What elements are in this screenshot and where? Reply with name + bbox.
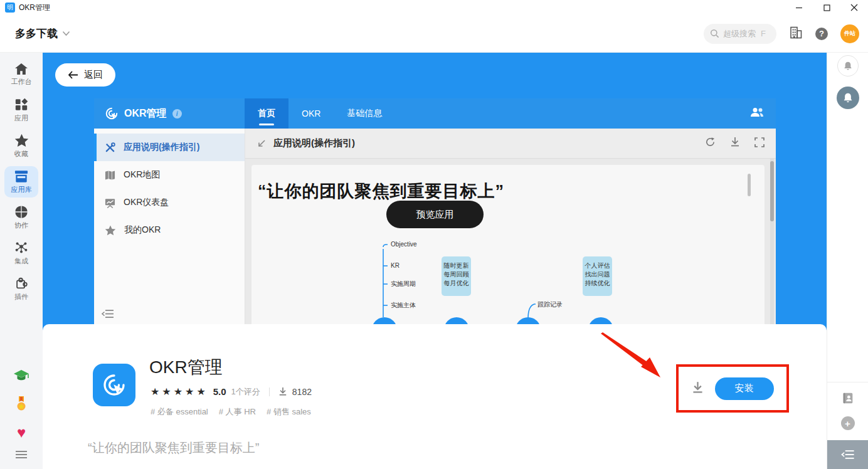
- right-sidebar: [827, 53, 868, 469]
- tag-hr[interactable]: # 人事 HR: [219, 406, 256, 418]
- install-button[interactable]: 安装: [715, 377, 774, 400]
- top-navbar: 多多下载 超级搜索 F 件站: [0, 15, 868, 53]
- sidebar-item-apps[interactable]: 应用: [4, 95, 38, 126]
- window-title: OKR管理: [19, 3, 50, 13]
- help-icon[interactable]: [815, 28, 828, 40]
- workspace-switcher[interactable]: 多多下载: [15, 26, 70, 41]
- downloads-icon: [278, 387, 287, 396]
- tab-basic-info[interactable]: 基础信息: [334, 98, 395, 129]
- members-icon[interactable]: [749, 107, 765, 120]
- training-cap-icon[interactable]: [13, 369, 29, 385]
- menu-item-app-guide[interactable]: 应用说明(操作指引): [94, 134, 245, 161]
- bell-icon: [842, 92, 854, 104]
- right-rail-bottom: [827, 382, 868, 469]
- star-rating: ★★★★★: [151, 386, 208, 398]
- content-scrollbar-thumb[interactable]: [770, 161, 774, 221]
- left-sidebar: 工作台 应用 收藏 应用库 协作 集成: [0, 53, 43, 469]
- avatar-label: 件站: [844, 29, 855, 38]
- tag-sales[interactable]: # 销售 sales: [267, 406, 311, 418]
- svg-text:找出问题: 找出问题: [585, 271, 610, 278]
- chevron-down-icon: [62, 31, 70, 36]
- menu-item-okr-map[interactable]: OKR地图: [94, 161, 245, 189]
- close-button[interactable]: [840, 0, 868, 15]
- sidebar-item-collaboration[interactable]: 协作: [4, 202, 38, 233]
- sidebar-item-plugins[interactable]: 插件: [4, 273, 38, 305]
- divider: [827, 382, 868, 382]
- preview-app-header: OKR管理 首页 OKR 基础信息: [94, 98, 776, 129]
- app-tagline: “让你的团队聚焦到重要目标上”: [88, 440, 259, 456]
- store-icon: [14, 170, 28, 183]
- maximize-button[interactable]: [813, 0, 840, 15]
- titlebar: 明 OKR管理: [0, 0, 868, 15]
- menu-item-my-okr[interactable]: 我的OKR: [94, 216, 245, 244]
- heart-icon[interactable]: ♥: [17, 426, 26, 439]
- svg-text:Objective: Objective: [391, 241, 417, 248]
- notification-bell-outline-button[interactable]: [837, 55, 859, 76]
- organization-icon[interactable]: [789, 26, 803, 41]
- diagonal-arrow-icon[interactable]: [257, 139, 267, 149]
- tools-icon: [105, 142, 115, 153]
- app-name: OKR管理: [149, 356, 223, 379]
- preview-app-button[interactable]: 预览应用: [386, 201, 484, 228]
- fullscreen-icon[interactable]: [754, 137, 765, 150]
- download-icon[interactable]: [730, 137, 740, 150]
- star-icon: [105, 225, 116, 236]
- feedback-plus-icon[interactable]: [841, 416, 855, 430]
- menu-item-okr-dashboard[interactable]: OKR仪表盘: [94, 189, 245, 216]
- map-icon: [105, 170, 115, 181]
- workspace-name: 多多下载: [15, 26, 58, 41]
- arrow-left-icon: [68, 71, 78, 79]
- toolbar-title: 应用说明(操作指引): [273, 137, 355, 149]
- dashboard-icon: [105, 198, 115, 208]
- medal-icon[interactable]: [15, 396, 28, 415]
- collapse-icon: [841, 450, 855, 460]
- app-detail-panel: OKR管理 ★★★★★ 5.0 1个评分 8182 # 必备 essential…: [43, 324, 827, 469]
- apps-grid-icon: [14, 98, 28, 112]
- rating-value: 5.0: [213, 386, 226, 397]
- tag-essential[interactable]: # 必备 essential: [151, 406, 208, 418]
- annotation-highlight-box: 安装: [676, 364, 789, 413]
- tab-home[interactable]: 首页: [245, 98, 288, 129]
- info-icon[interactable]: [172, 109, 182, 119]
- notification-bell-filled-button[interactable]: [837, 87, 859, 109]
- preview-app-identity: OKR管理: [94, 98, 245, 129]
- card-scrollbar-thumb[interactable]: [748, 174, 751, 196]
- preview-tabs: 首页 OKR 基础信息: [245, 98, 395, 129]
- sidebar-item-favorites[interactable]: 收藏: [4, 130, 38, 162]
- rating-count[interactable]: 1个评分: [231, 386, 260, 398]
- preview-app-title: OKR管理: [124, 107, 167, 120]
- sidebar-item-integration[interactable]: 集成: [4, 238, 38, 269]
- window-controls: [785, 0, 868, 15]
- star-icon: [14, 134, 29, 147]
- search-input[interactable]: 超级搜索 F: [704, 24, 776, 44]
- app-logo-glyph: 明: [7, 3, 13, 12]
- tags-row: # 必备 essential # 人事 HR # 销售 sales: [151, 406, 311, 418]
- search-shortcut-hint: F: [761, 29, 766, 38]
- sidebar-item-workbench[interactable]: 工作台: [4, 59, 38, 90]
- sidebar-item-app-library[interactable]: 应用库: [4, 166, 38, 198]
- search-placeholder: 超级搜索: [723, 28, 756, 40]
- menu-collapse-icon[interactable]: [102, 309, 114, 321]
- okr-app-icon: [102, 372, 127, 398]
- svg-text:实施主体: 实施主体: [391, 302, 416, 308]
- minimize-button[interactable]: [785, 0, 813, 15]
- back-button[interactable]: 返回: [55, 63, 115, 87]
- download-count: 8182: [292, 387, 312, 397]
- bell-icon: [843, 61, 853, 71]
- address-book-icon[interactable]: [841, 391, 855, 408]
- svg-text:每周回顾: 每周回顾: [444, 271, 470, 278]
- sidebar-menu-icon[interactable]: [15, 450, 28, 461]
- home-icon: [14, 63, 28, 75]
- svg-text:持续优化: 持续优化: [585, 280, 610, 287]
- collapse-corner-button[interactable]: [827, 440, 868, 469]
- app-logo-icon: 明: [5, 3, 15, 13]
- svg-text:KR: KR: [391, 262, 400, 269]
- svg-text:随时更新: 随时更新: [444, 262, 469, 269]
- annotation-arrow-icon: [595, 332, 676, 388]
- tab-okr[interactable]: OKR: [288, 98, 334, 129]
- okr-diagram: Objective KR 实施周期 实施主体 随时更新 每周回顾 每月优化: [251, 240, 653, 333]
- download-app-icon[interactable]: [692, 381, 704, 396]
- navbar-actions: 超级搜索 F 件站: [704, 24, 859, 44]
- user-avatar[interactable]: 件站: [840, 24, 859, 43]
- refresh-icon[interactable]: [705, 137, 716, 150]
